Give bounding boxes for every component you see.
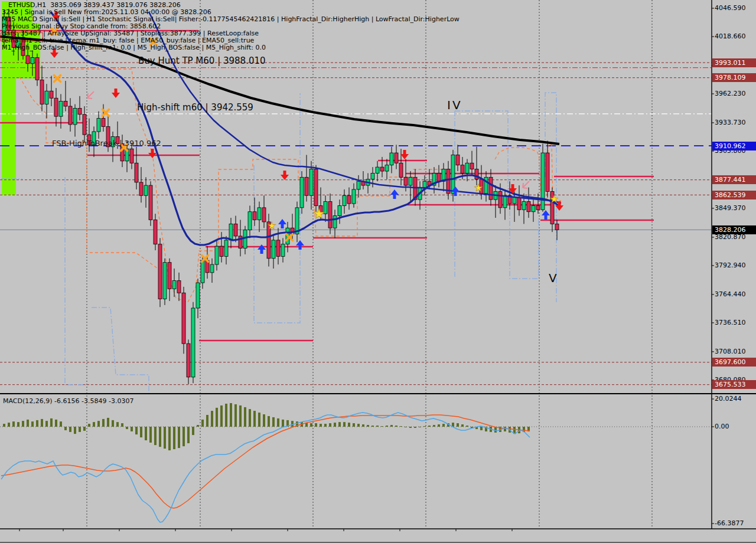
time-axis[interactable]: 29 Oct 202529 Oct 18:0030 Oct 06:0030 Oc… (0, 529, 712, 543)
macd-hist-bar (220, 405, 223, 427)
price-level-badge: 3862.539 (712, 191, 756, 199)
candle (536, 205, 540, 210)
price-axis[interactable]: 4046.5904018.6603990.1803962.2303933.730… (712, 0, 756, 529)
candle (149, 185, 152, 220)
macd-hist-bar (272, 417, 275, 427)
macd-hist-bar (3, 424, 5, 427)
macd-hist-bar (414, 427, 416, 428)
candle (234, 224, 237, 236)
candle (276, 240, 280, 256)
macd-hist-bar (376, 426, 379, 427)
price-level-badge: 3877.441 (712, 175, 756, 184)
sell-arrow-icon (112, 89, 120, 98)
candle (144, 185, 148, 195)
macd-hist-bar (17, 422, 19, 427)
candle (390, 153, 393, 165)
candle (50, 91, 53, 98)
candle (54, 98, 58, 116)
candle (371, 173, 374, 179)
macd-hist-bar (107, 418, 109, 427)
candle (64, 101, 67, 106)
candle (21, 37, 25, 55)
macd-tick-label: 20.0244 (715, 395, 742, 403)
candle (513, 198, 516, 204)
candle (437, 173, 441, 181)
candle (210, 264, 214, 273)
macd-hist-bar (88, 424, 90, 427)
ma-navy-slow (149, 12, 561, 203)
candle (201, 260, 204, 283)
candle (376, 167, 379, 173)
macd-hist-bar (249, 409, 251, 427)
candle (116, 137, 119, 144)
candle (470, 163, 474, 169)
macd-hist-bar (386, 426, 388, 427)
macd-hist-bar (145, 427, 147, 440)
macd-hist-bar (211, 411, 213, 427)
price-tick-label: 3764.440 (715, 290, 746, 299)
candle (498, 191, 502, 207)
macd-hist-bar (27, 420, 29, 427)
sell-arrow-icon (52, 11, 60, 21)
candle (357, 181, 360, 189)
macd-hist-bar (277, 418, 279, 427)
macd-hist-bar (121, 423, 123, 427)
macd-hist-bar (168, 427, 171, 450)
candle (409, 177, 412, 185)
candle (69, 106, 72, 125)
macd-hist-bar (183, 427, 185, 446)
candle (130, 149, 133, 163)
macd-hist-bar (93, 422, 95, 427)
macd-hist-bar (348, 423, 350, 427)
macd-hist-bar (135, 427, 138, 434)
candle (154, 220, 157, 244)
macd-hist-bar (69, 427, 71, 432)
macd-hist-bar (315, 423, 317, 427)
trading-chart-window: ★★★★ ETHUSD,H1 3835.069 3839.437 3819.07… (0, 0, 756, 543)
macd-hist-bar (83, 427, 86, 431)
buy-arrow-icon (390, 189, 399, 199)
macd-hist-bar (334, 423, 336, 427)
candle (404, 177, 408, 185)
candle (243, 230, 247, 248)
candle (272, 240, 275, 259)
macd-hist-bar (206, 415, 208, 427)
macd-hist-bar (263, 414, 265, 427)
candle (2, 17, 6, 35)
macd-hist-bar (12, 421, 15, 427)
star-icon: ★ (474, 182, 483, 194)
macd-hist-bar (102, 419, 105, 427)
candle (328, 202, 332, 228)
sell-arrow-icon (400, 150, 409, 159)
macd-hist-bar (461, 424, 464, 427)
macd-hist-bar (253, 411, 256, 427)
candle (87, 135, 91, 145)
candle (78, 108, 82, 114)
macd-hist-bar (8, 423, 10, 427)
candle (45, 91, 48, 104)
chart-canvas[interactable]: ★★★★ (0, 0, 756, 543)
macd-hist-bar (234, 404, 237, 427)
macd-hist-bar (466, 426, 468, 427)
price-level-badge: 3697.600 (712, 358, 756, 367)
macd-tick-label: 0.00 (715, 423, 729, 431)
macd-hist-bar (362, 424, 364, 427)
candle (347, 195, 351, 204)
macd-hist-bar (230, 403, 232, 427)
candle (92, 132, 96, 145)
candle (305, 177, 308, 195)
candle (555, 224, 559, 230)
macd-hist-bar (164, 427, 166, 449)
candle (31, 58, 34, 64)
candle (139, 182, 143, 195)
price-tick-label: 3933.730 (715, 119, 746, 127)
macd-hist-bar (329, 423, 331, 427)
macd-hist-bar (357, 424, 360, 427)
macd-hist-bar (381, 426, 383, 427)
sell-arrow-icon (50, 48, 58, 58)
macd-hist-bar (423, 426, 426, 427)
buy-arrow-icon (258, 244, 266, 254)
price-level-badge: 3978.109 (712, 73, 756, 82)
candle (26, 55, 30, 64)
macd-hist-bar (310, 423, 312, 427)
